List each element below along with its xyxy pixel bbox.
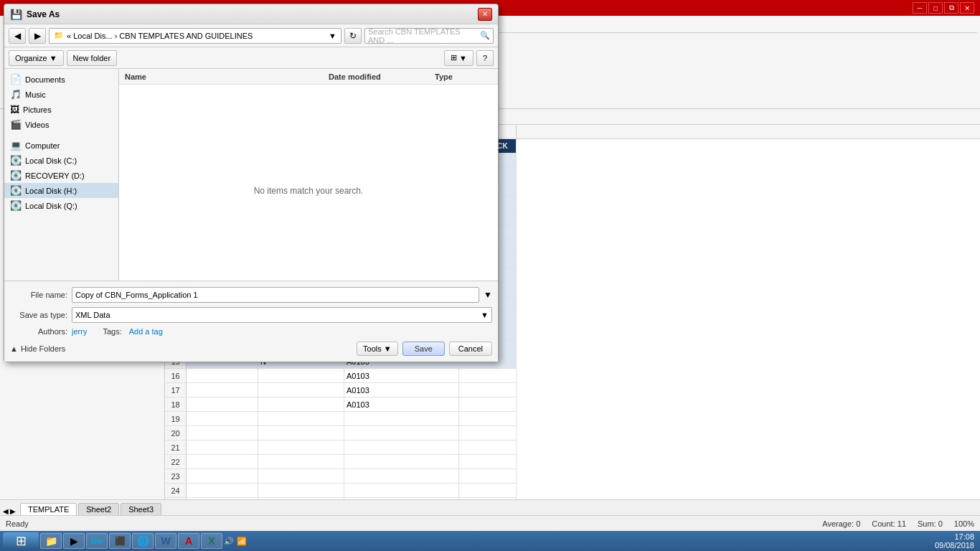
cell-g24[interactable]: [459, 484, 517, 498]
cell-g19[interactable]: [459, 412, 517, 426]
close-btn[interactable]: ✕: [960, 2, 974, 14]
sheet-nav-prev[interactable]: ◀: [3, 507, 9, 515]
nav-back-btn[interactable]: ◀: [9, 28, 26, 44]
sheet-tab-sheet2[interactable]: Sheet2: [78, 503, 119, 515]
restore-btn[interactable]: □: [928, 2, 943, 14]
view-btn[interactable]: ⊞ ▼: [444, 50, 473, 66]
save-as-dialog: 💾 Save As ✕ ◀ ▶ 📁 « Local Dis... › CBN T…: [4, 4, 499, 362]
authors-label: Authors:: [10, 327, 67, 336]
sidebar-item-local-q[interactable]: 💽 Local Disk (Q:): [4, 198, 118, 213]
sidebar-item-local-h[interactable]: 💽 Local Disk (H:): [4, 183, 118, 198]
cell-e20[interactable]: [258, 426, 344, 441]
sidebar-item-music[interactable]: 🎵 Music: [4, 87, 118, 102]
breadcrumb-dropdown-icon[interactable]: ▼: [329, 32, 336, 40]
cell-d23[interactable]: [187, 469, 258, 484]
save-button[interactable]: Save: [402, 342, 445, 356]
explorer-icon: 📁: [45, 535, 57, 547]
cell-d24[interactable]: [187, 484, 258, 498]
cell-d19[interactable]: [187, 412, 258, 426]
maximize-btn[interactable]: ⧉: [944, 2, 958, 14]
cell-e23[interactable]: [258, 469, 344, 484]
taskbar-chrome[interactable]: 🌐: [132, 533, 154, 549]
row-num-22: 22: [165, 455, 187, 469]
dialog-title: 💾 Save As: [10, 9, 60, 20]
dialog-content-area: Name Date modified Type No items match y…: [119, 69, 498, 281]
cell-d20[interactable]: [187, 426, 258, 441]
sidebar-item-local-c[interactable]: 💽 Local Disk (C:): [4, 153, 118, 168]
cell-d22[interactable]: [187, 455, 258, 469]
filename-input[interactable]: [72, 287, 479, 303]
search-placeholder: Search CBN TEMPLATES AND ...: [368, 27, 477, 44]
cell-e17[interactable]: [258, 383, 344, 397]
taskbar-media[interactable]: ▶: [63, 533, 85, 549]
taskbar-word[interactable]: W: [155, 533, 176, 549]
filename-dropdown-icon[interactable]: ▼: [484, 290, 492, 300]
cell-g21[interactable]: [459, 441, 517, 455]
help-btn[interactable]: ?: [476, 50, 494, 66]
cell-g20[interactable]: [459, 426, 517, 441]
cell-e16[interactable]: [258, 369, 344, 383]
sidebar-item-videos[interactable]: 🎬 Videos: [4, 117, 118, 132]
taskbar-excel[interactable]: X: [201, 533, 222, 549]
taskbar-acrobat[interactable]: A: [178, 533, 199, 549]
new-folder-btn[interactable]: New folder: [67, 50, 118, 66]
sidebar-item-pictures[interactable]: 🖼 Pictures: [4, 102, 118, 117]
cell-e21[interactable]: [258, 441, 344, 455]
cell-g17[interactable]: [459, 383, 517, 397]
sidebar-item-recovery-d[interactable]: 💽 RECOVERY (D:): [4, 168, 118, 183]
savetype-row: Save as type: XML Data ▼: [10, 307, 492, 323]
cell-f17[interactable]: A0103: [344, 383, 459, 397]
cell-f24[interactable]: [344, 484, 459, 498]
sheet-nav-next[interactable]: ▶: [10, 507, 16, 515]
cell-f19[interactable]: [344, 412, 459, 426]
search-box[interactable]: Search CBN TEMPLATES AND ... 🔍: [364, 28, 494, 44]
cell-e22[interactable]: [258, 455, 344, 469]
dialog-close-btn[interactable]: ✕: [478, 8, 492, 21]
organize-btn[interactable]: Organize ▼: [9, 50, 64, 66]
taskbar-dreamweaver[interactable]: Dw: [86, 533, 108, 549]
tools-btn[interactable]: Tools ▼: [357, 342, 398, 356]
cell-e24[interactable]: [258, 484, 344, 498]
add-tag-link[interactable]: Add a tag: [129, 327, 163, 336]
cell-d18[interactable]: [187, 397, 258, 412]
savetype-label: Save as type:: [10, 311, 67, 319]
start-button[interactable]: ⊞: [3, 532, 39, 550]
cell-f20[interactable]: [344, 426, 459, 441]
cell-d17[interactable]: [187, 383, 258, 397]
sidebar-item-documents[interactable]: 📄 Documents: [4, 72, 118, 87]
cell-g22[interactable]: [459, 455, 517, 469]
cell-g23[interactable]: [459, 469, 517, 484]
cell-d21[interactable]: [187, 441, 258, 455]
taskbar: ⊞ 📁 ▶ Dw ⬛ 🌐 W A X 🔊 📶 17:08: [0, 531, 980, 551]
cell-f23[interactable]: [344, 469, 459, 484]
cell-f22[interactable]: [344, 455, 459, 469]
nav-refresh-btn[interactable]: ↻: [344, 28, 362, 44]
cancel-button[interactable]: Cancel: [449, 342, 492, 356]
sidebar-item-computer[interactable]: 💻 Computer: [4, 138, 118, 153]
table-row: 24: [165, 484, 980, 498]
sheet-tab-sheet3[interactable]: Sheet3: [121, 503, 161, 515]
taskbar-explorer[interactable]: 📁: [40, 533, 62, 549]
sheet-tab-template[interactable]: TEMPLATE: [20, 503, 77, 515]
nav-forward-btn[interactable]: ▶: [29, 28, 46, 44]
breadcrumb[interactable]: 📁 « Local Dis... › CBN TEMPLATES AND GUI…: [49, 28, 341, 44]
clock-date: 09/08/2018: [935, 541, 974, 550]
cell-d16[interactable]: [187, 369, 258, 383]
taskbar-app4[interactable]: ⬛: [109, 533, 131, 549]
cell-e18[interactable]: [258, 397, 344, 412]
authors-value: jerry: [72, 327, 87, 336]
cell-g18[interactable]: [459, 397, 517, 412]
no-items-text: No items match your search.: [254, 186, 364, 196]
hide-folders-btn[interactable]: ▲ Hide Folders: [10, 344, 65, 353]
status-right: Average: 0 Count: 11 Sum: 0 100%: [822, 519, 974, 528]
help-icon: ?: [483, 54, 487, 62]
cell-f21[interactable]: [344, 441, 459, 455]
savetype-dropdown[interactable]: XML Data ▼: [72, 307, 492, 323]
cell-g16[interactable]: [459, 369, 517, 383]
cell-f16[interactable]: A0103: [344, 369, 459, 383]
cell-f18[interactable]: A0103: [344, 397, 459, 412]
minimize-btn[interactable]: ─: [913, 2, 927, 14]
dialog-title-text: Save As: [27, 9, 60, 19]
cell-e19[interactable]: [258, 412, 344, 426]
action-bar-right: ⊞ ▼ ?: [444, 50, 494, 66]
